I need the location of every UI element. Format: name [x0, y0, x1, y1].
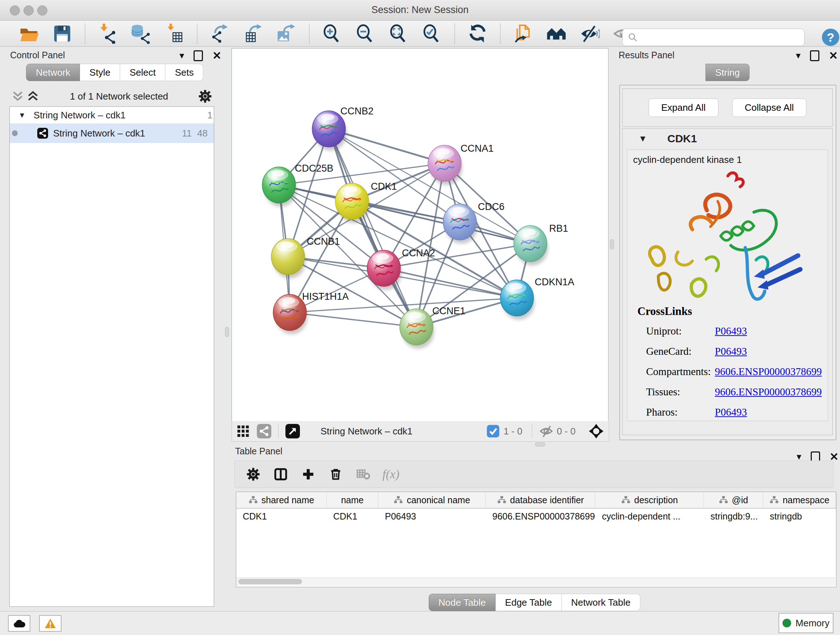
node-label-RB1: RB1: [549, 223, 568, 234]
string-protein-query-button[interactable]: [512, 22, 535, 45]
crosslink-link[interactable]: P06493: [715, 406, 747, 419]
open-folder-icon: [19, 24, 39, 44]
save-session-button[interactable]: [51, 22, 74, 45]
table-horizontal-scrollbar[interactable]: [236, 578, 835, 586]
node-CCNE1[interactable]: [400, 309, 434, 348]
delete-column-trash-icon[interactable]: [327, 466, 344, 483]
tab-network-table[interactable]: Network Table: [562, 594, 640, 611]
function-builder-icon[interactable]: f(x): [382, 467, 399, 481]
table-options-gear-icon[interactable]: [245, 466, 262, 483]
node-CCNB2[interactable]: [312, 111, 347, 150]
import-network-from-file-button[interactable]: [96, 22, 119, 45]
column-header-namespace[interactable]: namespace: [763, 492, 836, 508]
crosslink-link[interactable]: 9606.ENSP00000378699: [715, 386, 822, 399]
center-view-crosshair-icon[interactable]: [589, 424, 604, 439]
zoom-in-button[interactable]: [321, 22, 344, 45]
control-panel-collapse-icon[interactable]: ▾: [180, 50, 184, 61]
table-cell[interactable]: CDK1: [327, 509, 378, 524]
tab-sets[interactable]: Sets: [165, 64, 203, 81]
protein-collapse-icon[interactable]: ▼: [638, 134, 647, 144]
import-table-from-file-button[interactable]: [163, 22, 186, 45]
hidden-eye-icon[interactable]: [538, 424, 554, 439]
column-header-shared-name[interactable]: shared name: [236, 492, 327, 508]
crosslink-label: GeneCard:: [646, 345, 715, 358]
node-CCNA1[interactable]: [428, 145, 462, 185]
cloud-status-button[interactable]: [8, 615, 30, 632]
table-cell[interactable]: 9606.ENSP00000378699: [486, 509, 595, 524]
table-cell[interactable]: stringdb: [763, 509, 836, 524]
right-splitter-handle[interactable]: [610, 239, 614, 249]
column-header-canonical-name[interactable]: canonical name: [378, 492, 486, 508]
collapse-all-tree-icon[interactable]: [25, 89, 41, 104]
column-header-name[interactable]: name: [327, 492, 378, 508]
table-cell[interactable]: P06493: [378, 509, 486, 524]
import-network-from-database-button[interactable]: [129, 22, 153, 45]
crosslink-link[interactable]: P06493: [715, 325, 747, 338]
export-table-button[interactable]: [242, 22, 265, 45]
houses-icon: [546, 24, 567, 44]
control-panel-float-icon[interactable]: [194, 50, 203, 61]
selected-checkbox-icon[interactable]: [485, 424, 501, 439]
table-cell[interactable]: cyclin-dependent ...: [595, 509, 704, 524]
node-table[interactable]: shared namenamecanonical namedatabase id…: [236, 492, 836, 587]
node-RB1[interactable]: [514, 226, 548, 265]
open-view-in-window-icon[interactable]: [285, 424, 300, 439]
tab-select[interactable]: Select: [120, 64, 165, 81]
tab-network[interactable]: Network: [26, 64, 80, 81]
open-session-button[interactable]: [17, 22, 41, 45]
tab-edge-table[interactable]: Edge Table: [496, 594, 562, 611]
crosslink-link[interactable]: 9606.ENSP00000378699: [715, 366, 822, 379]
node-CDK1[interactable]: [335, 183, 370, 223]
tab-node-table[interactable]: Node Table: [429, 594, 496, 611]
crosslink-row: Compartments:9606.ENSP00000378699: [646, 366, 828, 379]
expand-all-button[interactable]: Expand All: [649, 98, 718, 117]
crosslink-link[interactable]: P06493: [715, 345, 747, 358]
node-CDC25B[interactable]: [262, 167, 297, 207]
string-home-button[interactable]: [545, 22, 568, 45]
show-column-panel-icon[interactable]: [272, 466, 289, 483]
node-CCNB1[interactable]: [271, 239, 306, 279]
table-row[interactable]: CDK1CDK1P064939606.ENSP00000378699cyclin…: [236, 509, 836, 524]
string-network-graph[interactable]: CCNB2CCNA1CDC25BCDK1CDC6RB1CCNB1CCNA2CDK…: [232, 49, 608, 421]
network-badge-gray-icon[interactable]: [256, 424, 272, 439]
control-panel-close-icon[interactable]: ✕: [212, 49, 221, 62]
search-input[interactable]: [638, 30, 804, 45]
column-header-database-identifier[interactable]: database identifier: [486, 492, 595, 508]
network-collection-row[interactable]: ▼ String Network – cdk1 1: [10, 107, 214, 124]
network-canvas[interactable]: CCNB2CCNA1CDC25BCDK1CDC6RB1CCNB1CCNA2CDK…: [232, 48, 608, 421]
results-panel-collapse-icon[interactable]: ▾: [796, 50, 801, 61]
tab-style[interactable]: Style: [80, 64, 120, 81]
birdseye-grid-icon[interactable]: [235, 424, 251, 439]
bottom-splitter-handle[interactable]: [535, 442, 545, 447]
collapse-all-button[interactable]: Collapse All: [732, 98, 807, 117]
table-cell[interactable]: CDK1: [236, 509, 327, 524]
warning-status-button[interactable]: [39, 615, 62, 632]
hide-graphics-details-button[interactable]: [578, 22, 601, 45]
node-CDKN1A[interactable]: [500, 280, 535, 320]
zoom-fit-content-button[interactable]: [387, 22, 410, 45]
results-panel-close-icon[interactable]: ✕: [829, 49, 838, 62]
export-image-button[interactable]: [275, 22, 298, 45]
export-network-button[interactable]: [208, 22, 232, 45]
table-cell[interactable]: stringdb:9...: [704, 509, 763, 524]
zoom-selected-button[interactable]: [420, 22, 444, 45]
add-column-icon[interactable]: [300, 466, 317, 483]
tab-string[interactable]: String: [706, 64, 750, 81]
delete-table-icon[interactable]: [355, 466, 371, 483]
network-row-selected[interactable]: String Network – cdk1 11 48: [10, 124, 214, 143]
left-splitter-handle[interactable]: [225, 327, 229, 337]
column-header-description[interactable]: description: [595, 492, 704, 508]
node-CDC6[interactable]: [443, 204, 477, 244]
results-panel-float-icon[interactable]: [810, 50, 819, 61]
help-button[interactable]: ?: [822, 29, 839, 46]
protein-section-header[interactable]: ▼ CDK1: [622, 128, 832, 149]
update-view-button[interactable]: [466, 22, 489, 45]
expand-all-tree-icon[interactable]: [10, 89, 25, 104]
column-header--id[interactable]: @id: [704, 492, 763, 508]
zoom-out-button[interactable]: [354, 22, 377, 45]
network-options-gear-icon[interactable]: [197, 89, 213, 104]
tree-expand-icon[interactable]: ▼: [19, 111, 26, 119]
node-CCNA2[interactable]: [367, 250, 401, 290]
search-box[interactable]: [622, 29, 805, 46]
memory-button[interactable]: Memory: [778, 613, 834, 633]
